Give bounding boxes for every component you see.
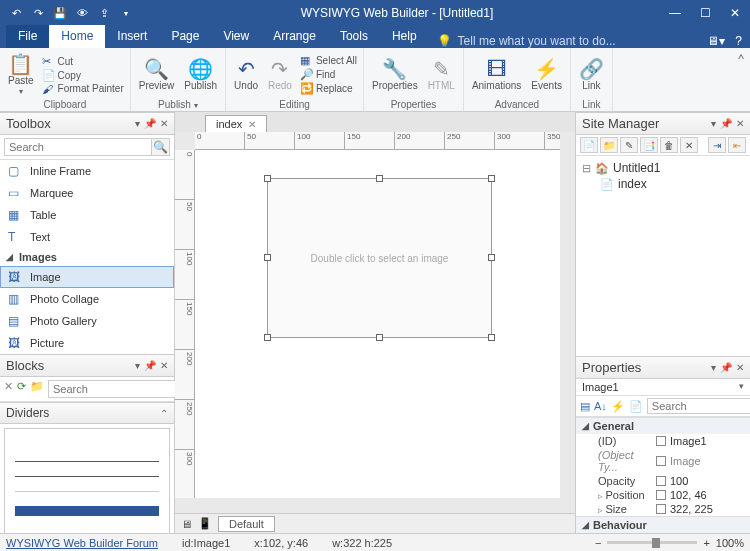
link-button[interactable]: 🔗Link — [577, 59, 606, 91]
panel-dropdown-icon[interactable]: ▾ — [135, 360, 140, 371]
menu-insert[interactable]: Insert — [105, 25, 159, 48]
menu-home[interactable]: Home — [49, 25, 105, 48]
toolbox-item-photo-collage[interactable]: ▥Photo Collage — [0, 288, 174, 310]
menu-help[interactable]: Help — [380, 25, 429, 48]
animations-button[interactable]: 🎞Animations — [470, 59, 523, 91]
resize-handle-ne[interactable] — [488, 175, 495, 182]
tree-item-index[interactable]: 📄index — [582, 176, 744, 192]
panel-close-icon[interactable]: ✕ — [736, 362, 744, 373]
edit-icon[interactable]: ✎ — [620, 137, 638, 153]
menu-arrange[interactable]: Arrange — [261, 25, 328, 48]
resize-handle-e[interactable] — [488, 254, 495, 261]
resize-handle-n[interactable] — [376, 175, 383, 182]
resize-handle-w[interactable] — [264, 254, 271, 261]
menu-page[interactable]: Page — [159, 25, 211, 48]
menu-file[interactable]: File — [6, 25, 49, 48]
prop-section-behaviour[interactable]: ◢Behaviour — [576, 516, 750, 533]
checkbox-icon[interactable] — [656, 490, 666, 500]
chevron-up-icon[interactable]: ⌃ — [160, 408, 168, 419]
sm-import-icon[interactable]: ⇥ — [708, 137, 726, 153]
panel-dropdown-icon[interactable]: ▾ — [711, 118, 716, 129]
toolbox-item-text[interactable]: TText — [0, 226, 174, 248]
publish-button[interactable]: 🌐Publish — [182, 59, 219, 91]
blocks-refresh-icon[interactable]: ⟳ — [17, 380, 26, 398]
checkbox-icon[interactable] — [656, 504, 666, 514]
zoom-slider[interactable] — [607, 541, 697, 544]
preview-button[interactable]: 🔍Preview — [137, 59, 177, 91]
menu-tools[interactable]: Tools — [328, 25, 380, 48]
toolbox-item-table[interactable]: ▦Table — [0, 204, 174, 226]
new-folder-icon[interactable]: 📁 — [600, 137, 618, 153]
prop-row-position[interactable]: ▹ Position102, 46 — [576, 488, 750, 502]
blocks-close-icon[interactable]: ✕ — [4, 380, 13, 398]
replace-button[interactable]: 🔁Replace — [300, 82, 357, 95]
copy-button[interactable]: 📄Copy — [42, 69, 124, 82]
toolbox-section-images[interactable]: ◢Images — [0, 248, 174, 266]
zoom-thumb[interactable] — [652, 538, 660, 548]
close-icon[interactable]: ✕ — [248, 119, 256, 130]
publish-icon[interactable]: ⇪ — [96, 5, 112, 21]
redo-button[interactable]: ↷Redo — [266, 59, 294, 91]
tell-me-search[interactable]: 💡 Tell me what you want to do... — [437, 34, 616, 48]
zoom-in-button[interactable]: + — [703, 537, 709, 549]
mobile-icon[interactable]: 📱 — [198, 517, 212, 530]
resize-handle-sw[interactable] — [264, 334, 271, 341]
zoom-out-button[interactable]: − — [595, 537, 601, 549]
toolbox-item-marquee[interactable]: ▭Marquee — [0, 182, 174, 204]
delete-icon[interactable]: 🗑 — [660, 137, 678, 153]
prop-pages-icon[interactable]: 📄 — [629, 400, 643, 413]
forum-link[interactable]: WYSIWYG Web Builder Forum — [6, 537, 158, 549]
blocks-search-input[interactable] — [48, 380, 196, 398]
display-icon[interactable]: 🖥▾ — [707, 34, 725, 48]
properties-search-input[interactable] — [647, 398, 750, 414]
paste-button[interactable]: 📋 Paste ▾ — [6, 54, 36, 96]
divider-block-preview[interactable] — [4, 428, 170, 533]
tree-root[interactable]: ⊟🏠Untitled1 — [582, 160, 744, 176]
categorized-icon[interactable]: ▤ — [580, 400, 590, 413]
cut-button[interactable]: ✂Cut — [42, 55, 124, 68]
sm-export-icon[interactable]: ⇤ — [728, 137, 746, 153]
help-icon[interactable]: ? — [735, 34, 742, 48]
minimize-button[interactable]: — — [660, 0, 690, 26]
format-painter-button[interactable]: 🖌Format Painter — [42, 83, 124, 95]
panel-close-icon[interactable]: ✕ — [736, 118, 744, 129]
properties-button[interactable]: 🔧Properties — [370, 59, 420, 91]
resize-handle-nw[interactable] — [264, 175, 271, 182]
selected-image-element[interactable]: Double click to select an image — [267, 178, 492, 338]
desktop-icon[interactable]: 🖥 — [181, 518, 192, 530]
checkbox-icon[interactable] — [656, 476, 666, 486]
find-button[interactable]: 🔎Find — [300, 68, 357, 81]
undo-button[interactable]: ↶Undo — [232, 59, 260, 91]
select-all-button[interactable]: ▦Select All — [300, 54, 357, 67]
design-canvas[interactable]: Double click to select an image — [195, 150, 560, 498]
toolbox-item-image[interactable]: 🖼Image — [0, 266, 174, 288]
resize-handle-se[interactable] — [488, 334, 495, 341]
sm-close-icon[interactable]: ✕ — [680, 137, 698, 153]
toolbox-item-picture[interactable]: 🖼Picture — [0, 332, 174, 354]
redo-icon[interactable]: ↷ — [30, 5, 46, 21]
document-tab-index[interactable]: index ✕ — [205, 115, 267, 132]
resize-handle-s[interactable] — [376, 334, 383, 341]
panel-pin-icon[interactable]: 📌 — [720, 362, 732, 373]
menu-view[interactable]: View — [211, 25, 261, 48]
prop-row-opacity[interactable]: Opacity100 — [576, 474, 750, 488]
panel-pin-icon[interactable]: 📌 — [144, 360, 156, 371]
toolbox-search-input[interactable] — [4, 138, 152, 156]
toolbox-item-inline-frame[interactable]: ▢Inline Frame — [0, 160, 174, 182]
html-button[interactable]: ✎HTML — [426, 59, 457, 91]
save-icon[interactable]: 💾 — [52, 5, 68, 21]
panel-pin-icon[interactable]: 📌 — [144, 118, 156, 129]
search-icon[interactable]: 🔍 — [152, 138, 170, 156]
toolbox-item-photo-gallery[interactable]: ▤Photo Gallery — [0, 310, 174, 332]
undo-icon[interactable]: ↶ — [8, 5, 24, 21]
events-button[interactable]: ⚡Events — [529, 59, 564, 91]
prop-section-general[interactable]: ◢General — [576, 417, 750, 434]
chevron-down-icon[interactable]: ▾ — [739, 381, 744, 393]
qat-dropdown-icon[interactable]: ▾ — [118, 5, 134, 21]
default-breakpoint-tab[interactable]: Default — [218, 516, 275, 532]
panel-dropdown-icon[interactable]: ▾ — [135, 118, 140, 129]
panel-pin-icon[interactable]: 📌 — [720, 118, 732, 129]
blocks-folder-icon[interactable]: 📁 — [30, 380, 44, 398]
preview-icon[interactable]: 👁 — [74, 5, 90, 21]
clone-icon[interactable]: 📑 — [640, 137, 658, 153]
